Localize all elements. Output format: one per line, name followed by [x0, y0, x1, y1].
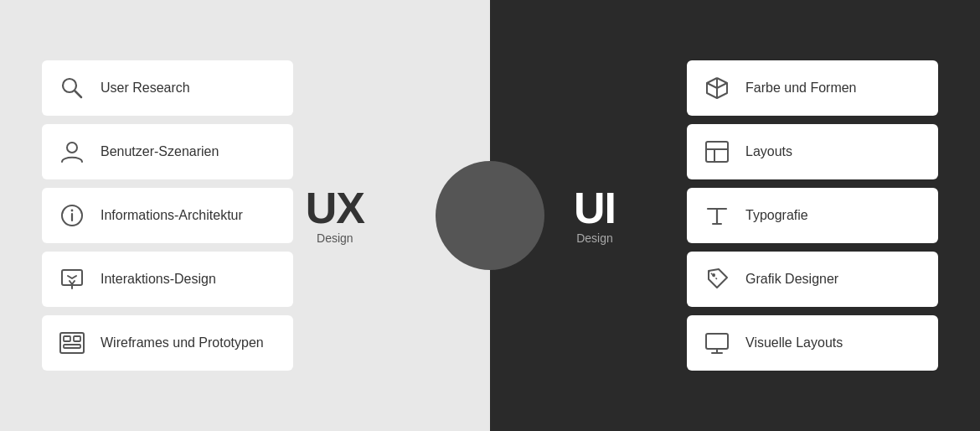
info-circle-icon: [57, 200, 87, 231]
svg-line-1: [75, 91, 82, 98]
card-visuelle-layouts[interactable]: Visuelle Layouts: [687, 315, 938, 371]
card-benutzer-label: Benutzer-Szenarien: [101, 144, 219, 159]
ux-subtitle: Design: [306, 231, 364, 245]
svg-rect-10: [74, 336, 80, 341]
layout-icon: [702, 137, 732, 167]
card-grafik-designer[interactable]: Grafik Designer: [687, 252, 938, 307]
card-farbe-formen[interactable]: Farbe und Formen: [687, 60, 938, 116]
card-farbe-label: Farbe und Formen: [745, 80, 857, 96]
search-icon: [57, 73, 87, 103]
svg-rect-14: [706, 142, 728, 162]
card-grafik-label: Grafik Designer: [745, 272, 838, 287]
cursor-icon: [57, 264, 87, 294]
card-layouts[interactable]: Layouts: [687, 124, 938, 179]
user-icon: [57, 137, 87, 167]
card-layouts-label: Layouts: [745, 144, 792, 159]
right-panel: UI Design Farbe und Formen: [490, 0, 980, 431]
card-benutzer-szenarien[interactable]: Benutzer-Szenarien: [42, 124, 293, 179]
svg-line-12: [717, 83, 727, 88]
ui-label-group: UI Design: [574, 186, 616, 245]
card-typografie-label: Typografie: [745, 208, 808, 223]
type-icon: [702, 200, 732, 231]
card-wireframes[interactable]: Wireframes und Prototypen: [42, 315, 293, 371]
ui-cards-list: Farbe und Formen Layouts T: [687, 60, 938, 371]
card-user-research[interactable]: User Research: [42, 60, 293, 116]
ux-cards-list: User Research Benutzer-Szenarien Info: [42, 60, 293, 371]
box-icon: [702, 73, 732, 103]
svg-point-2: [67, 143, 77, 153]
center-circle: [436, 161, 544, 270]
left-panel: User Research Benutzer-Szenarien Info: [0, 0, 490, 431]
card-visuelle-label: Visuelle Layouts: [745, 335, 843, 351]
svg-point-0: [63, 79, 76, 92]
svg-point-5: [71, 210, 74, 212]
card-wireframes-label: Wireframes und Prototypen: [101, 335, 264, 351]
svg-rect-9: [64, 336, 70, 341]
monitor-icon: [702, 328, 732, 358]
ux-label-group: UX Design: [306, 186, 364, 245]
card-typografie[interactable]: Typografie: [687, 188, 938, 243]
card-interaktions-design[interactable]: Interaktions-Design: [42, 252, 293, 307]
svg-rect-11: [64, 345, 80, 348]
card-interaktions-label: Interaktions-Design: [101, 272, 216, 287]
tag-icon: [702, 264, 732, 294]
card-info-label: Informations-Architektur: [101, 208, 243, 223]
svg-rect-22: [706, 334, 728, 349]
wireframe-icon: [57, 328, 87, 358]
ux-title: UX: [306, 186, 364, 230]
card-informations-architektur[interactable]: Informations-Architektur: [42, 188, 293, 243]
ui-title: UI: [574, 186, 616, 230]
ui-subtitle: Design: [574, 231, 616, 245]
card-user-research-label: User Research: [101, 80, 190, 96]
